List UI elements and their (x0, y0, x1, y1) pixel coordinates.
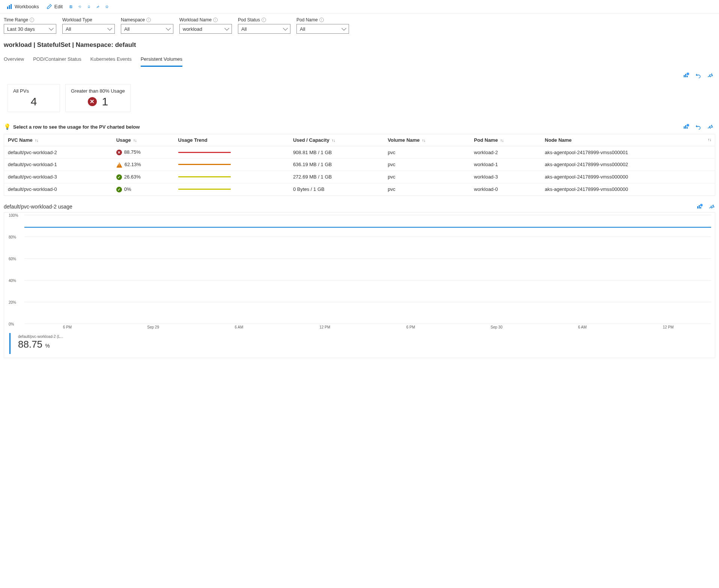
chart-legend: default/pvc-workload-2 (L... 88.75 % (9, 333, 67, 354)
cell-node-name: aks-agentpool-24178999-vmss000001 (541, 146, 715, 159)
hint-text: 💡 Select a row to see the usage for the … (4, 123, 140, 130)
pin-icon[interactable] (707, 123, 714, 130)
y-axis-label: 100% (9, 213, 18, 217)
tab-overview[interactable]: Overview (4, 54, 24, 67)
log-analytics-icon[interactable] (683, 72, 690, 79)
filter-label: Namespacei (121, 17, 173, 22)
card-gt80-usage[interactable]: Greater than 80% Usage ✕ 1 (65, 84, 131, 112)
x-axis-label: Sep 29 (110, 325, 196, 329)
tab-pod-container-status[interactable]: POD/Container Status (33, 54, 81, 67)
page-title: workload | StatefulSet | Namespace: defa… (0, 36, 719, 50)
cell-used-capacity: 272.69 MB / 1 GB (289, 171, 384, 183)
y-axis-label: 80% (9, 235, 16, 239)
undo-icon[interactable] (695, 72, 702, 79)
col-node-name[interactable]: Node Name↑↓ (541, 134, 715, 146)
tab-kubernetes-events[interactable]: Kubernetes Events (90, 54, 132, 67)
chart-title: default/pvc-workload-2 usage (4, 204, 72, 210)
table-row[interactable]: default/pvc-workload-0✓0%0 Bytes / 1 GBp… (4, 183, 715, 195)
sparkline (178, 176, 231, 177)
help-icon[interactable] (103, 3, 111, 10)
sort-icon: ↑↓ (133, 138, 137, 142)
col-usage[interactable]: Usage↑↓ (113, 134, 174, 146)
pin-icon[interactable] (708, 203, 715, 210)
filter-label: Time Rangei (4, 17, 56, 22)
grid-line: 40% (24, 280, 711, 280)
svg-point-16 (687, 124, 689, 127)
info-icon: i (319, 18, 324, 22)
sparkline (178, 152, 231, 153)
refresh-icon[interactable] (76, 3, 84, 10)
svg-rect-1 (9, 5, 10, 9)
cell-pod-name: workload-3 (470, 171, 541, 183)
cell-pvc-name: default/pvc-workload-3 (4, 171, 113, 183)
pin-icon[interactable] (94, 3, 102, 10)
cell-pvc-name: default/pvc-workload-2 (4, 146, 113, 159)
table-row[interactable]: default/pvc-workload-162.13%636.19 MB / … (4, 159, 715, 171)
svg-rect-19 (700, 207, 701, 208)
svg-point-20 (700, 204, 703, 206)
info-icon: i (213, 18, 218, 22)
chart-section: default/pvc-workload-2 usage 100%80%60%4… (0, 196, 719, 362)
x-axis-label: 6 PM (368, 325, 454, 329)
data-line (24, 227, 711, 228)
svg-rect-10 (685, 74, 686, 77)
cell-node-name: aks-agentpool-24178999-vmss000000 (541, 183, 715, 195)
log-analytics-icon[interactable] (683, 123, 690, 130)
undo-icon[interactable] (695, 123, 702, 130)
col-pvc-name[interactable]: PVC Name↑↓ (4, 134, 113, 146)
alert-icon[interactable] (85, 3, 93, 10)
table-row[interactable]: default/pvc-workload-3✓26.63%272.69 MB /… (4, 171, 715, 183)
pin-icon[interactable] (707, 72, 714, 79)
col-pod-name[interactable]: Pod Name↑↓ (470, 134, 541, 146)
grid-line: 0% (24, 324, 711, 324)
pod-status-select[interactable]: All (238, 24, 290, 34)
tab-persistent-volumes[interactable]: Persistent Volumes (141, 54, 182, 67)
chart-area[interactable]: 100%80%60%40%20%0% (24, 215, 711, 324)
filter-label: Pod Statusi (238, 17, 290, 22)
cell-usage: ✕88.75% (113, 146, 174, 159)
col-used-capacity[interactable]: Used / Capacity↑↓ (289, 134, 384, 146)
workload-type-select[interactable]: All (62, 24, 115, 34)
filter-workload-type: Workload Type All (62, 17, 115, 34)
time-range-select[interactable]: Last 30 days (4, 24, 56, 34)
lightbulb-icon: 💡 (4, 123, 11, 130)
svg-rect-14 (685, 125, 686, 129)
svg-point-6 (106, 6, 108, 8)
y-axis-label: 60% (9, 256, 16, 261)
svg-rect-0 (7, 7, 8, 9)
chart-box: 100%80%60%40%20%0% 6 PMSep 296 AM12 PM6 … (4, 212, 715, 358)
save-icon[interactable] (67, 3, 75, 10)
info-icon: i (262, 18, 266, 22)
x-axis-label: Sep 30 (454, 325, 540, 329)
svg-rect-18 (699, 205, 700, 208)
error-icon: ✕ (116, 150, 122, 155)
cell-volume-name: pvc (384, 146, 470, 159)
x-axis-label: 6 AM (540, 325, 626, 329)
card-label: All PVs (13, 88, 54, 94)
edit-button[interactable]: Edit (44, 2, 66, 11)
card-all-pvs[interactable]: All PVs 4 (8, 84, 60, 112)
table-row[interactable]: default/pvc-workload-2✕88.75%908.81 MB /… (4, 146, 715, 159)
filter-pod-name: Pod Namei All (296, 17, 349, 34)
svg-rect-5 (70, 7, 72, 8)
filters-row: Time Rangei Last 30 days Workload Type A… (0, 14, 719, 36)
col-volume-name[interactable]: Volume Name↑↓ (384, 134, 470, 146)
log-analytics-icon[interactable] (696, 203, 703, 210)
grid-line: 80% (24, 237, 711, 237)
workbooks-button[interactable]: Workbooks (4, 2, 42, 11)
cell-usage-trend (174, 159, 289, 171)
pod-name-select[interactable]: All (296, 24, 349, 34)
info-icon: i (146, 18, 151, 22)
x-axis-label: 6 AM (196, 325, 282, 329)
y-axis-label: 20% (9, 300, 16, 304)
svg-rect-4 (70, 6, 71, 6)
section-actions (0, 67, 719, 79)
svg-rect-15 (687, 127, 688, 129)
col-usage-trend[interactable]: Usage Trend (174, 134, 289, 146)
namespace-select[interactable]: All (121, 24, 173, 34)
y-axis-label: 0% (9, 322, 14, 326)
workload-name-select[interactable]: workload (179, 24, 232, 34)
cell-usage: 62.13% (113, 159, 174, 171)
card-value: 1 (102, 95, 108, 108)
sort-icon: ↑↓ (422, 138, 425, 142)
